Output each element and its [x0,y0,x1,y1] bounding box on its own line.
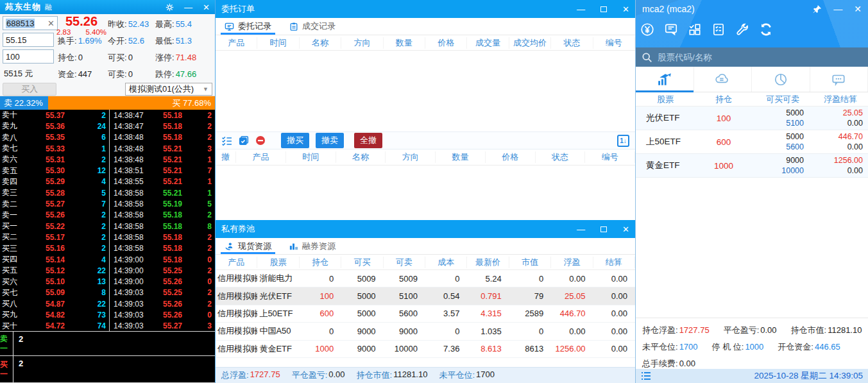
tab-spot-resources[interactable]: 现货资源 [216,238,280,254]
clear-icon[interactable]: ✕ [47,19,55,28]
clipboard-icon [289,22,298,31]
forbid-icon[interactable] [255,135,266,146]
bid-row[interactable]: 买二 55.17 2 [0,232,109,243]
cancel-sell-button[interactable]: 撤卖 [316,133,344,148]
mca-status-bar: 2025-10-28 星期二 14:39:05 [636,369,868,383]
pool-row[interactable]: 信用模拟账 浙能电力 0 5009 5009 0 5.24 0 0.00 0.0… [216,270,635,287]
tab-trade-records[interactable]: 成交记录 [280,18,345,35]
bid-row[interactable]: 买七 55.09 8 [0,287,109,298]
ask-row[interactable]: 卖四 55.29 4 [0,176,109,187]
yuan-icon[interactable] [640,22,655,37]
pool-status-bar: 总浮盈: 1727.75 平仓盈亏: 0.00 持仓市值: 11281.10 未… [216,367,635,383]
bid-row[interactable]: 买九 54.82 73 [0,309,109,320]
minimize-icon[interactable]: — [577,5,585,13]
pin-icon[interactable] [813,4,822,13]
summary-item: 持仓市值: 11281.10 [357,370,428,381]
bid-row[interactable]: 买八 54.87 22 [0,298,109,309]
column-header: 可卖 [384,257,425,268]
column-header: 状态 [551,37,593,49]
ask-row[interactable]: 卖九 55.36 24 [0,121,109,132]
tab-margin-resources[interactable]: 融券资源 [280,238,345,254]
tab-cloud[interactable] [694,67,753,92]
mca-table-header: 股票持仓可买可卖浮盈结算 [636,92,868,106]
tab-positions[interactable] [636,67,694,92]
tab-order-records[interactable]: 委托记录 [216,18,280,35]
column-header: 编号 [593,37,635,49]
minimize-icon[interactable]: — [577,225,585,234]
tick-row: 14:38:48 55.21 1 [110,154,215,165]
pool-titlebar: 私有券池 — ✕ [216,220,635,238]
close-icon[interactable]: ✕ [854,4,862,14]
ask-row[interactable]: 卖八 55.35 6 [0,132,109,143]
column-header: 状态 [536,151,586,163]
bid-row[interactable]: 买五 55.12 22 [0,265,109,276]
position-row[interactable]: 光伏ETF 100 50005100 25.050.00 [636,106,868,130]
turnover-field: 换手:1.69% [58,35,102,47]
column-header: 价格 [486,151,536,163]
maximize-icon[interactable] [600,6,607,12]
ask-row[interactable]: 卖一 55.26 2 [0,210,109,221]
pool-row[interactable]: 信用模拟账 中国A50 0 9000 9000 0 1.035 0 0.00 0… [216,323,635,340]
wrench-icon[interactable] [735,22,750,37]
tick-row: 14:38:58 55.18 2 [110,210,215,221]
ask-row[interactable]: 卖二 55.27 7 [0,198,109,209]
tab-chat[interactable] [810,67,868,92]
bid-row[interactable]: 买三 55.16 2 [0,243,109,254]
position-field: 持仓:0 [58,51,83,64]
bid-row[interactable]: 买十 54.72 74 [0,321,109,332]
pool-row[interactable]: 信用模拟账 黄金ETF 1000 9000 10000 7.36 8.613 8… [216,341,635,358]
minimize-icon[interactable]: — [833,4,842,14]
message-icon[interactable] [663,22,679,37]
menu-icon[interactable] [641,371,651,380]
list-check-icon[interactable] [221,135,232,146]
pool-row[interactable]: 信用模拟账 上50ETF 600 5000 5600 3.57 4.315 25… [216,305,635,323]
cancel-table-header: 撤产品时间名称方向数量价格状态编号 [216,149,635,166]
search-input[interactable] [658,53,862,62]
column-header: 成交均价 [509,37,551,49]
bid-row[interactable]: 买四 55.14 4 [0,254,109,265]
buy-button[interactable]: 买入 [3,83,56,96]
account-select[interactable]: 模拟测试01(公共) ▼ [125,83,212,96]
sort-icon[interactable]: 1↓ [617,135,629,147]
tick-row: 14:38:47 55.18 2 [110,110,215,121]
position-row[interactable]: 上50ETF 600 50005600 446.700.00 [636,130,868,154]
last-price: 55.26 [55,14,108,28]
checkbox-icon[interactable] [239,135,249,146]
depth-column: 卖十 55.37 2 卖九 55.36 24 卖八 55.35 6 [0,110,110,331]
gear-icon[interactable] [166,3,174,12]
refresh-icon[interactable] [758,22,774,37]
column-header: 数量 [436,151,486,163]
close-icon[interactable]: ✕ [622,225,629,234]
quantity-input[interactable] [3,49,54,64]
column-header: 可买可卖 [753,94,813,105]
close-icon[interactable]: ✕ [203,3,210,12]
mca-summary: 持仓浮盈:1727.75平仓盈亏:0.00持仓市值:11281.10 未平仓位:… [636,318,868,375]
minimize-icon[interactable]: — [184,3,192,12]
column-header: 可买 [341,257,383,268]
cancel-all-button[interactable]: 全撤 [354,133,382,148]
position-row[interactable]: 黄金ETF 1000 900010000 1256.000.00 [636,154,868,178]
ask-row[interactable]: 卖三 55.28 5 [0,187,109,198]
bid-row[interactable]: 买一 55.22 2 [0,221,109,232]
grid-icon[interactable] [687,22,702,37]
ask-row[interactable]: 卖六 55.31 2 [0,154,109,165]
cancel-buy-button[interactable]: 撤买 [281,133,309,148]
maximize-icon[interactable] [600,226,607,232]
ask-row[interactable]: 卖七 55.33 1 [0,143,109,154]
pool-row[interactable]: 信用模拟账 光伏ETF 100 5000 5100 0.54 0.791 79 … [216,287,635,305]
bid-row[interactable]: 买六 55.10 13 [0,276,109,287]
ask-row[interactable]: 卖十 55.37 2 [0,110,109,121]
tab-pie[interactable] [752,67,810,92]
search-bar [636,47,868,67]
margin-badge: 融 [45,3,52,12]
high-field: 最高:55.4 [155,18,192,31]
clipboard-list-icon[interactable] [711,22,726,37]
price-input[interactable] [3,33,54,47]
column-header: 持仓 [300,257,341,268]
can-buy-field: 可买:0 [108,51,133,64]
ask-row[interactable]: 卖五 55.30 12 [0,165,109,176]
orders-titlebar: 委托订单 — ✕ [216,0,635,18]
summary-item: 总手续费:0.00 [642,358,695,370]
stock-code-input[interactable]: 688513 ✕ [3,16,58,30]
close-icon[interactable]: ✕ [622,5,629,13]
